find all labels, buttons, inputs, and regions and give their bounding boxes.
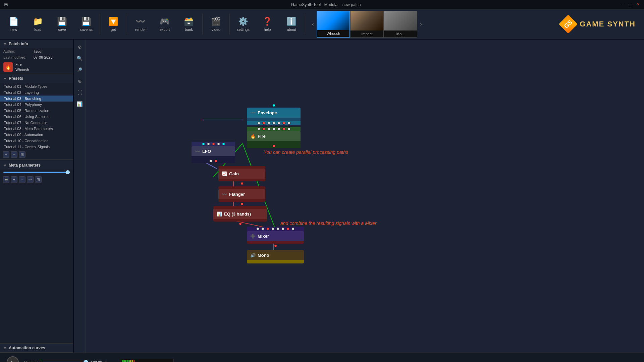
envelope-port-in-1 (272, 104, 275, 107)
vtb-zoom-out-button[interactable]: 🔎 (75, 65, 85, 74)
toolbar-settings[interactable]: ⚙️ settings (231, 11, 255, 38)
preset-list-item-8[interactable]: Tutorial 09 - Automation (0, 132, 73, 138)
module-mono[interactable]: 🔊 Mono (247, 250, 304, 263)
envelope-icon: 〰️ (250, 110, 256, 115)
variation-handle[interactable] (84, 360, 88, 362)
vtb-fullscreen-button[interactable]: ⛶ (75, 88, 85, 97)
preset-label-impact: Impact (351, 31, 383, 37)
vtb-select-button[interactable]: ⊘ (75, 42, 85, 52)
module-gain[interactable]: 📈 Gain (218, 166, 265, 186)
meta-params-slider-track[interactable] (3, 172, 70, 173)
toolbar-bank[interactable]: 🗃️ bank (177, 11, 201, 38)
preset-list-item-6[interactable]: Tutorial 07 - No Generator (0, 120, 73, 126)
preset-add-button[interactable]: + (3, 151, 9, 158)
vu-bar-1 (122, 360, 123, 362)
vtb-zoom-in-button[interactable]: 🔍 (75, 54, 85, 63)
save-icon: 💾 (57, 17, 67, 26)
vtb-chart-button[interactable]: 📊 (75, 99, 85, 109)
fire-preset-icon[interactable]: 🔥 (3, 62, 13, 72)
preset-nav-next[interactable]: › (417, 11, 425, 38)
preset-thumbnails: ‹ Whoosh Impact Mo... › (309, 11, 425, 38)
module-envelope[interactable]: 〰️ Envelope (247, 103, 301, 125)
lfo-port-in-2 (207, 142, 210, 145)
envelope-top-ports (247, 103, 301, 108)
toolbar-separator-1 (100, 14, 100, 34)
envelope-port-out-3 (267, 122, 270, 125)
gain-footer (218, 179, 265, 181)
fire-icon: 🔥 (250, 134, 256, 139)
patch-info-section: ▼ Patch info Author: Tsugi Last modified… (0, 40, 73, 74)
preset-layout-button[interactable]: ⊞ (19, 151, 25, 158)
module-eq[interactable]: 📊 EQ (3 bands) (213, 206, 267, 226)
presets-header[interactable]: ▼ Presets (0, 74, 73, 83)
vu-meter-display (120, 359, 174, 362)
automation-header[interactable]: ▼ Automation curves (0, 344, 73, 352)
preset-thumb-mo[interactable]: Mo... (384, 11, 417, 38)
meta-add-button[interactable]: + (11, 176, 17, 183)
fire-port-in-4 (272, 127, 275, 130)
flanger-top-bar (218, 186, 265, 189)
preset-list-item-7[interactable]: Tutorial 08 - Meta Parameters (0, 126, 73, 132)
meta-params-header[interactable]: ▼ Meta parameters (0, 161, 73, 170)
toolbar-export[interactable]: 🎮 export (153, 11, 177, 38)
toolbar-get[interactable]: 🔽 get (101, 11, 125, 38)
flanger-header: 〰️ Flanger (218, 189, 265, 199)
preset-list-item-1[interactable]: Tutorial 02 - Layering (0, 89, 73, 96)
slider-handle[interactable] (66, 170, 70, 174)
preset-list: Tutorial 01 - Module TypesTutorial 02 - … (0, 83, 73, 150)
meta-edit-button[interactable]: ✏ (27, 176, 34, 183)
envelope-port-out-1 (257, 122, 260, 125)
patch-modified-row: Last modified: 07-06-2023 (0, 54, 73, 60)
meta-layout-button[interactable]: ⊞ (35, 176, 42, 183)
module-mixer[interactable]: ➕ Mixer (247, 227, 304, 248)
patch-preset-row: 🔥 Fire Whoosh (0, 60, 73, 74)
toolbar-about[interactable]: ℹ️ about (279, 11, 304, 38)
mixer-port-in-2 (261, 227, 264, 230)
vtb-target-button[interactable]: ⊕ (75, 76, 85, 86)
toolbar-video[interactable]: 🎬 video (204, 11, 228, 38)
toolbar-save[interactable]: 💾 save (50, 11, 74, 38)
meta-actions: ☰ + − ✏ ⊞ (0, 175, 73, 184)
preset-thumb-impact[interactable]: Impact (350, 11, 384, 38)
vu-meter: -46 -23 0 4 14 (120, 359, 214, 362)
close-button[interactable]: ✕ (635, 2, 641, 7)
toolbar: 📄 new 📁 load 💾 save 💾 save as 🔽 get 〰️ r… (0, 9, 644, 40)
preset-list-item-4[interactable]: Tutorial 05 - Randomization (0, 108, 73, 114)
toolbar-save-as[interactable]: 💾 save as (74, 11, 98, 38)
preset-list-item-3[interactable]: Tutorial 04 - Polyphony (0, 102, 73, 108)
toolbar-new[interactable]: 📄 new (2, 11, 26, 38)
canvas-area[interactable]: 〰️ Envelope (86, 40, 644, 353)
eq-bottom-ports (213, 222, 267, 226)
module-lfo[interactable]: 〰️ LFO (192, 142, 235, 163)
meta-menu-button[interactable]: ☰ (3, 176, 9, 183)
patch-info-header[interactable]: ▼ Patch info (0, 40, 73, 48)
lfo-footer (192, 156, 235, 159)
preset-thumb-image-whoosh (317, 11, 350, 30)
preset-label-mo: Mo... (384, 31, 417, 37)
toolbar-render[interactable]: 〰️ render (128, 11, 153, 38)
mixer-port-in-5 (276, 227, 279, 230)
vu-bar-2 (123, 360, 125, 362)
meta-params-section: ▼ Meta parameters ☰ + − ✏ ⊞ (0, 160, 73, 343)
preset-list-item-2[interactable]: Tutorial 03 - Branching (0, 96, 73, 102)
preset-list-item-9[interactable]: Tutorial 10 - Concatenation (0, 138, 73, 144)
preset-list-item-0[interactable]: Tutorial 01 - Module Types (0, 83, 73, 89)
preset-remove-button[interactable]: − (11, 151, 17, 158)
preset-nav-prev[interactable]: ‹ (309, 11, 317, 38)
minimize-button[interactable]: ─ (619, 2, 625, 7)
preset-list-item-10[interactable]: Tutorial 11 - Control Signals (0, 144, 73, 150)
module-fire[interactable]: 🔥 Fire (247, 127, 301, 148)
meta-remove-button[interactable]: − (19, 176, 25, 183)
automation-arrow: ▼ (3, 346, 7, 350)
gain-header: 📈 Gain (218, 169, 265, 179)
preset-list-item-5[interactable]: Tutorial 06 - Using Samples (0, 114, 73, 120)
save-as-icon: 💾 (81, 17, 91, 26)
maximize-button[interactable]: □ (627, 2, 633, 7)
envelope-port-out-7 (287, 122, 290, 125)
toolbar-load[interactable]: 📁 load (26, 11, 50, 38)
play-button[interactable]: ▶ (7, 356, 19, 362)
toolbar-help[interactable]: ❓ help (255, 11, 279, 38)
preset-thumb-image-impact (351, 11, 383, 31)
preset-thumb-whoosh[interactable]: Whoosh (317, 11, 350, 38)
module-flanger[interactable]: 〰️ Flanger (218, 186, 265, 206)
